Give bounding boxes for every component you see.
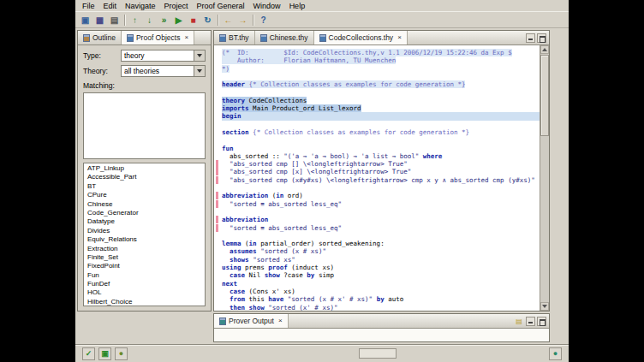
code-line: from this have "sorted (x # x' # xs)" by… xyxy=(222,295,540,303)
scrollbar-track[interactable] xyxy=(540,54,549,302)
back-button[interactable]: ← xyxy=(221,13,236,27)
menu-window[interactable]: Window xyxy=(249,2,285,10)
theory-list-item[interactable]: FixedPoint xyxy=(84,262,205,270)
scroll-lock-icon[interactable]: ▤ xyxy=(514,316,524,326)
theory-list-item[interactable]: CPure xyxy=(84,191,205,199)
goto-button[interactable]: » xyxy=(157,13,171,27)
editor-tab-bt-thy[interactable]: BT.thy xyxy=(214,31,255,45)
theory-list-item[interactable]: ATP_Linkup xyxy=(84,164,205,173)
chevron-down-icon[interactable] xyxy=(194,50,205,61)
maximize-icon[interactable] xyxy=(537,317,546,326)
minimize-icon[interactable] xyxy=(526,33,535,43)
theory-list-item[interactable]: BT xyxy=(84,182,205,191)
minimize-icon[interactable] xyxy=(526,317,535,326)
theory-combo[interactable]: all theories xyxy=(121,65,206,77)
run-button[interactable]: ▶ xyxy=(171,13,186,27)
change-marker-icon xyxy=(216,168,218,175)
scroll-down-icon[interactable] xyxy=(540,302,549,311)
tab-label: Chinese.thy xyxy=(270,33,308,42)
view-tab-outline[interactable]: Outline xyxy=(78,31,122,45)
code-token: then xyxy=(230,304,245,312)
chevron-down-icon[interactable] xyxy=(194,66,205,76)
code-token: "sorted xs" xyxy=(253,256,295,264)
code-token: "abs_sorted cmp [] \<longleftrightarrow>… xyxy=(230,160,408,168)
new-wizard-button[interactable]: ▣ xyxy=(78,13,92,27)
code-token: have xyxy=(268,295,283,303)
restart-button[interactable]: ↻ xyxy=(200,13,215,27)
theory-list-item[interactable]: Accessible_Part xyxy=(84,173,205,181)
code-line: abbreviation xyxy=(222,216,540,223)
toggle-scripting-button[interactable]: ▣ xyxy=(98,347,111,360)
restart-icon: ↻ xyxy=(204,15,211,25)
file-icon xyxy=(127,34,134,42)
code-line: "abs_sorted cmp [] \<longleftrightarrow>… xyxy=(222,160,540,168)
undo-step-button[interactable]: ↑ xyxy=(128,13,142,27)
print-button[interactable]: ▤ xyxy=(107,13,122,27)
close-icon[interactable]: × xyxy=(278,317,283,324)
theory-list-item[interactable]: Equiv_Relations xyxy=(84,235,205,244)
right-column: BT.thyChinese.thyCodeCollections.thy× (*… xyxy=(213,30,550,342)
theory-list-item[interactable]: Divides xyxy=(84,227,205,235)
theory-list-item[interactable]: Extraction xyxy=(84,245,205,253)
code-token: abbreviation xyxy=(222,192,268,199)
maximize-icon[interactable] xyxy=(537,33,546,43)
type-label: Type: xyxy=(83,51,121,60)
change-marker-icon xyxy=(216,160,218,168)
code-token: prems xyxy=(242,264,269,271)
editor-tab-chinese-thy[interactable]: Chinese.thy xyxy=(255,31,314,45)
forward-button[interactable]: → xyxy=(236,13,250,27)
theory-list-item[interactable]: FunDef xyxy=(84,280,205,288)
editor-tab-codecollections-thy[interactable]: CodeCollections.thy× xyxy=(314,31,408,45)
toggle-output-button[interactable]: ● xyxy=(115,347,128,360)
stop-button[interactable]: ■ xyxy=(186,13,200,27)
menu-help[interactable]: Help xyxy=(285,2,310,10)
toolbar-separator xyxy=(218,15,218,26)
view-tab-proof-objects[interactable]: Proof Objects× xyxy=(122,31,194,45)
menu-file[interactable]: File xyxy=(78,2,99,10)
save-button[interactable]: ▦ xyxy=(92,13,107,27)
close-icon[interactable]: × xyxy=(184,34,188,41)
next-step-button[interactable]: ↓ xyxy=(142,13,157,27)
change-marker-icon xyxy=(216,224,218,232)
code-token: lemma xyxy=(222,240,242,247)
code-area[interactable]: (* ID: $Id: CodeCollections.thy,v 1.1 20… xyxy=(214,45,540,311)
menu-bar: FileEditNavigateProjectProof GeneralWind… xyxy=(75,0,569,11)
code-token: this xyxy=(245,295,268,303)
scrollbar-thumb[interactable] xyxy=(540,55,549,136)
menu-project[interactable]: Project xyxy=(160,2,193,10)
theory-list-item[interactable]: Chinese xyxy=(84,200,205,209)
code-line xyxy=(222,184,540,192)
type-combo[interactable]: theory xyxy=(121,50,206,62)
matching-input[interactable] xyxy=(83,92,206,159)
stop-icon: ■ xyxy=(190,15,195,25)
help-button[interactable]: ? xyxy=(256,13,271,27)
save-icon: ▦ xyxy=(96,15,104,25)
heap-status-button[interactable]: ● xyxy=(549,347,562,360)
scroll-up-icon[interactable] xyxy=(540,45,549,54)
file-icon xyxy=(260,34,267,42)
theory-list-item[interactable]: Datatype xyxy=(84,217,205,226)
code-line: begin xyxy=(222,112,540,120)
menu-navigate[interactable]: Navigate xyxy=(121,2,160,10)
menu-proof-general[interactable]: Proof General xyxy=(193,2,249,10)
theory-list-item[interactable]: Finite_Set xyxy=(84,253,205,262)
code-token: auto xyxy=(385,295,404,303)
editor-vertical-scrollbar[interactable] xyxy=(540,45,549,311)
help-icon: ? xyxy=(260,15,265,25)
code-line: theory CodeCollections xyxy=(222,97,540,104)
toggle-symbols-button[interactable]: ✓ xyxy=(82,347,95,360)
theory-list-item[interactable]: HOL xyxy=(84,288,205,297)
code-token: "('a ⇒ 'a ⇒ bool) ⇒ 'a list ⇒ bool" xyxy=(283,152,419,160)
view-tab-prover-output[interactable]: Prover Output× xyxy=(214,314,289,328)
close-icon[interactable]: × xyxy=(397,34,402,41)
theory-list-item[interactable]: Code_Generator xyxy=(84,209,205,217)
code-line: (* ID: $Id: CodeCollections.thy,v 1.1 20… xyxy=(222,49,540,56)
theory-list-item[interactable]: Hilbert_Choice xyxy=(84,298,205,306)
menu-edit[interactable]: Edit xyxy=(99,2,122,10)
print-icon: ▤ xyxy=(110,15,118,25)
proof-objects-view: OutlineProof Objects× Type: theory Theor… xyxy=(77,30,212,312)
code-token: (* ID: $Id: CodeCollections.thy,v 1.1 20… xyxy=(222,49,512,56)
theory-list-item[interactable]: Fun xyxy=(84,271,205,280)
code-token: in xyxy=(249,240,257,247)
processed-highlight: imports Main Product_ord List_lexord xyxy=(222,104,361,112)
